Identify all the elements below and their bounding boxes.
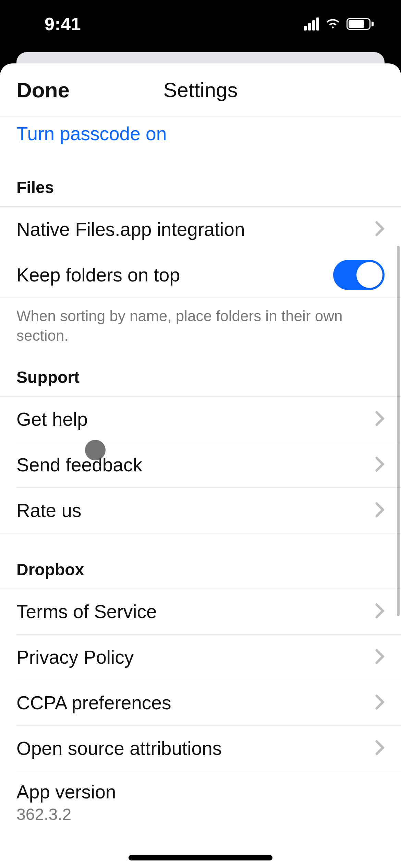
get-help-row[interactable]: Get help (0, 397, 401, 442)
send-feedback-label: Send feedback (16, 454, 142, 476)
chevron-right-icon (375, 456, 385, 473)
rate-us-row[interactable]: Rate us (0, 488, 401, 533)
keep-folders-label: Keep folders on top (16, 264, 180, 286)
section-header-files: Files (0, 151, 401, 206)
cellular-icon (304, 17, 319, 31)
open-source-label: Open source attributions (16, 737, 222, 759)
privacy-policy-row[interactable]: Privacy Policy (0, 635, 401, 680)
keep-folders-toggle[interactable] (333, 260, 385, 290)
ccpa-preferences-row[interactable]: CCPA preferences (0, 680, 401, 725)
keep-folders-on-top-row: Keep folders on top (0, 252, 401, 298)
done-button[interactable]: Done (16, 78, 70, 102)
app-version-value: 362.3.2 (0, 805, 401, 833)
battery-icon (347, 18, 374, 30)
native-files-label: Native Files.app integration (16, 218, 245, 240)
native-files-row[interactable]: Native Files.app integration (0, 207, 401, 252)
chevron-right-icon (375, 221, 385, 238)
settings-content[interactable]: Turn passcode on Files Native Files.app … (0, 117, 401, 868)
section-header-support: Support (0, 348, 401, 396)
status-bar: 9:41 (0, 0, 401, 48)
scroll-indicator[interactable] (397, 246, 400, 616)
chevron-right-icon (375, 740, 385, 757)
rate-us-label: Rate us (16, 499, 82, 521)
chevron-right-icon (375, 603, 385, 620)
app-version-row: App version (0, 771, 401, 805)
app-version-label: App version (16, 781, 116, 803)
nav-bar: Done Settings (0, 63, 401, 117)
turn-passcode-on-row[interactable]: Turn passcode on (0, 117, 401, 151)
page-title: Settings (163, 78, 238, 102)
toggle-knob (356, 262, 382, 288)
wifi-icon (325, 16, 340, 32)
settings-sheet: Done Settings Turn passcode on Files Nat… (0, 63, 401, 868)
open-source-row[interactable]: Open source attributions (0, 726, 401, 771)
chevron-right-icon (375, 411, 385, 428)
get-help-label: Get help (16, 408, 88, 430)
tos-label: Terms of Service (16, 601, 157, 623)
terms-of-service-row[interactable]: Terms of Service (0, 589, 401, 634)
ccpa-label: CCPA preferences (16, 692, 171, 714)
chevron-right-icon (375, 649, 385, 666)
send-feedback-row[interactable]: Send feedback (0, 442, 401, 487)
touch-indicator (85, 440, 106, 460)
section-header-dropbox: Dropbox (0, 533, 401, 589)
device-frame: 9:41 Done Settings Turn passcode on File… (0, 0, 401, 868)
status-icons (304, 16, 380, 32)
chevron-right-icon (375, 502, 385, 519)
keep-folders-footer: When sorting by name, place folders in t… (0, 298, 401, 348)
privacy-label: Privacy Policy (16, 646, 134, 668)
home-indicator[interactable] (129, 855, 272, 860)
turn-passcode-on-label: Turn passcode on (16, 123, 167, 145)
chevron-right-icon (375, 694, 385, 711)
status-time: 9:41 (45, 14, 81, 34)
